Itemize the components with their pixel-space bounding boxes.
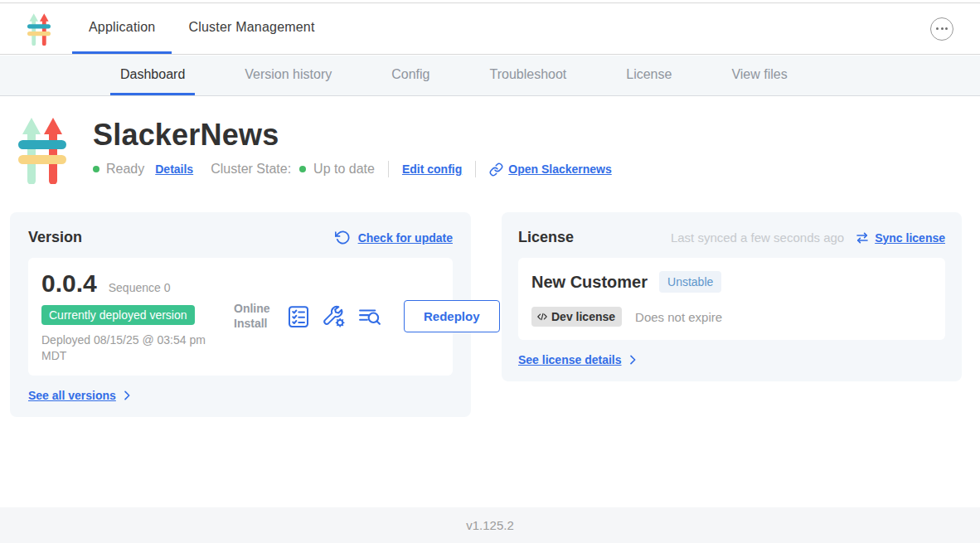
app-logo-large-icon [18,116,66,184]
top-nav-bar: Application Cluster Management [0,3,980,55]
check-for-update-label: Check for update [358,231,453,245]
see-all-versions-link[interactable]: See all versions [28,389,453,402]
version-number: 0.0.4 [41,269,97,298]
tab-cluster-management[interactable]: Cluster Management [172,3,331,54]
ellipsis-icon [936,27,939,30]
app-header: SlackerNews Ready Details Cluster State:… [18,116,612,184]
deployed-timestamp: Deployed 08/15/25 @ 03:54 pm MDT [41,332,217,364]
license-details-panel: New Customer Unstable Dev license Does n… [518,258,945,340]
primary-tabs: Application Cluster Management [72,3,332,54]
license-type-label: Dev license [551,310,615,323]
dashboard-cards: Version Check for update 0.0.4 Sequence … [10,212,962,417]
sync-license-link[interactable]: Sync license [855,230,945,245]
external-link-chain-icon [489,162,503,177]
code-brackets-icon [536,310,549,323]
see-license-details-label: See license details [518,353,622,366]
console-footer: v1.125.2 [0,507,980,543]
sync-arrows-icon [855,230,870,245]
deployed-status-badge: Currently deployed version [41,305,195,325]
channel-badge: Unstable [659,271,721,293]
sequence-label: Sequence 0 [109,281,171,294]
tab-application[interactable]: Application [72,3,172,54]
cluster-state-dot-icon [299,166,306,172]
redeploy-button[interactable]: Redeploy [404,300,500,332]
chevron-right-icon [120,389,133,402]
divider [475,161,476,177]
console-version: v1.125.2 [466,518,514,532]
subnav-view-files[interactable]: View files [721,56,797,95]
last-synced-text: Last synced a few seconds ago [671,230,844,245]
open-app-link[interactable]: Open Slackernews [489,162,612,177]
version-card-title: Version [28,229,82,246]
subnav-license[interactable]: License [616,56,682,95]
more-menu-button[interactable] [930,17,953,41]
license-type-badge: Dev license [531,307,622,327]
see-license-details-link[interactable]: See license details [518,353,945,366]
divider [388,161,389,177]
license-expiration: Does not expire [635,310,722,324]
details-link[interactable]: Details [155,162,193,176]
subnav-dashboard[interactable]: Dashboard [110,56,195,95]
preflight-checks-icon[interactable] [286,304,311,329]
see-all-versions-label: See all versions [28,389,116,402]
subnav-troubleshoot[interactable]: Troubleshoot [479,56,576,95]
app-sub-nav: Dashboard Version history Config Trouble… [0,56,980,96]
ready-status-label: Ready [106,162,144,177]
chevron-right-icon [626,353,639,366]
edit-config-link[interactable]: Edit config [402,162,462,176]
cluster-state-value: Up to date [313,162,375,177]
app-status-row: Ready Details Cluster State: Up to date … [93,161,612,177]
subnav-version-history[interactable]: Version history [235,56,342,95]
page-title: SlackerNews [93,118,612,153]
cluster-state-label: Cluster State: [211,162,291,177]
main-content: SlackerNews Ready Details Cluster State:… [0,96,980,507]
customer-name: New Customer [531,273,648,292]
current-version-panel: 0.0.4 Sequence 0 Currently deployed vers… [28,258,453,376]
app-logo-icon [27,12,51,46]
subnav-config[interactable]: Config [381,56,439,95]
license-card-title: License [518,229,574,246]
install-type-label: Online Install [234,302,275,331]
version-card: Version Check for update 0.0.4 Sequence … [10,212,471,417]
ready-status-dot-icon [93,166,99,172]
config-wrench-icon[interactable] [322,304,347,329]
view-logs-icon[interactable] [357,304,382,329]
refresh-icon [335,230,351,245]
sync-license-label: Sync license [875,231,945,245]
open-app-link-label: Open Slackernews [508,162,612,176]
license-card: License Last synced a few seconds ago Sy… [502,212,962,381]
check-for-update-link[interactable]: Check for update [335,230,453,245]
